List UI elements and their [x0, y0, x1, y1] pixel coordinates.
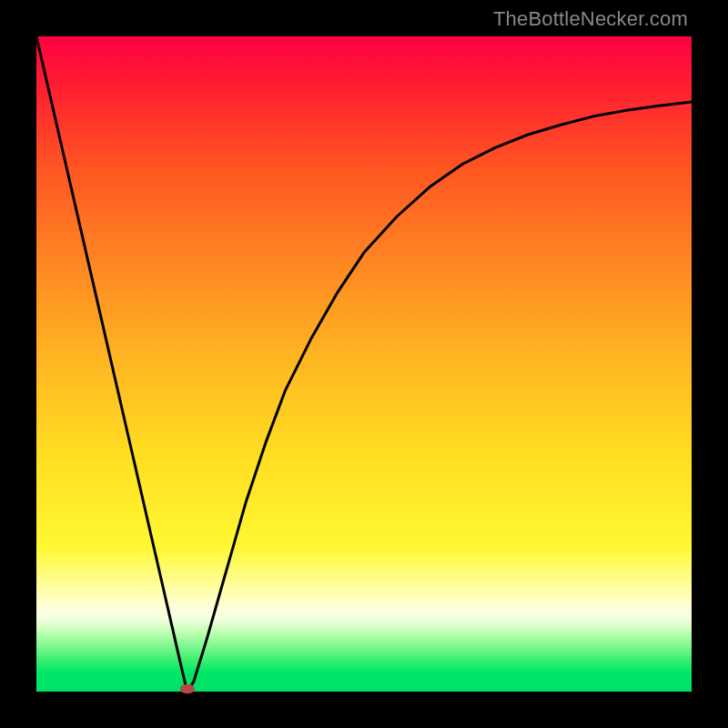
chart-frame: TheBottleNecker.com — [0, 0, 728, 728]
curve-layer — [36, 36, 692, 692]
plot-area — [36, 36, 692, 692]
optimal-marker — [180, 684, 195, 693]
bottleneck-curve — [36, 36, 692, 692]
watermark-text: TheBottleNecker.com — [493, 7, 688, 31]
